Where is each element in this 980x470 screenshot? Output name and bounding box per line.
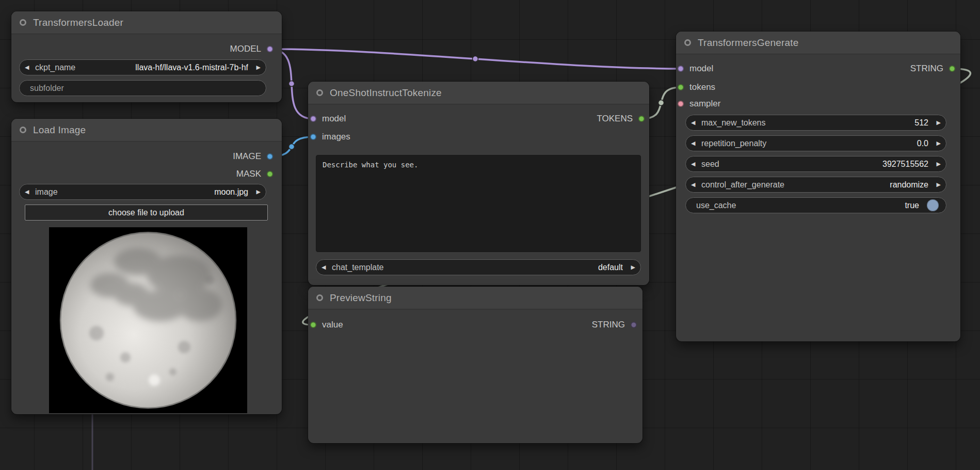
prompt-textarea[interactable]: Describe what you see. <box>316 155 641 252</box>
node-title: PreviewString <box>330 292 392 304</box>
output-dot-image[interactable] <box>267 153 273 160</box>
widget-repetition-penalty[interactable]: ◀ repetition_penalty 0.0 ▶ <box>685 135 946 151</box>
slot-label: STRING <box>910 64 943 74</box>
output-dot-model[interactable] <box>267 46 273 52</box>
wire-midpoint-dot[interactable] <box>289 81 295 87</box>
increment-arrow-icon[interactable]: ▶ <box>931 119 941 126</box>
input-dot-value[interactable] <box>310 322 316 328</box>
slot-label: model <box>689 64 713 74</box>
input-slot-model[interactable]: model <box>310 110 346 128</box>
node-oneshot-instruct-tokenize[interactable]: OneShotInstructTokenize model images TOK… <box>308 82 649 285</box>
slot-label: MODEL <box>230 44 261 54</box>
widget-value: 512 <box>766 118 928 128</box>
decrement-arrow-icon[interactable]: ◀ <box>691 140 700 147</box>
input-slot-tokens[interactable]: tokens <box>678 79 715 96</box>
decrement-arrow-icon[interactable]: ◀ <box>691 181 700 188</box>
decrement-arrow-icon[interactable]: ◀ <box>691 119 700 126</box>
widget-value: true <box>736 201 919 210</box>
node-transformers-generate[interactable]: TransformersGenerate model tokens sample… <box>676 32 960 341</box>
output-slot-image[interactable]: IMAGE <box>233 148 273 165</box>
output-dot-tokens[interactable] <box>638 116 645 122</box>
node-preview-string[interactable]: PreviewString value STRING <box>308 287 642 443</box>
collapse-dot-icon[interactable] <box>684 39 691 46</box>
graph-canvas[interactable]: TransformersLoader MODEL ◀ ckpt_name lla… <box>0 0 980 470</box>
increment-arrow-icon[interactable]: ▶ <box>626 264 635 271</box>
increment-arrow-icon[interactable]: ▶ <box>931 181 941 188</box>
widget-label: use_cache <box>696 201 736 210</box>
slot-label: MASK <box>236 169 261 179</box>
wire-midpoint-dot[interactable] <box>289 144 295 150</box>
input-dot-images[interactable] <box>310 134 316 140</box>
slot-label: images <box>322 132 350 142</box>
node-title: TransformersLoader <box>33 17 123 28</box>
node-title: Load Image <box>33 124 86 136</box>
collapse-dot-icon[interactable] <box>20 127 26 133</box>
output-slot-string[interactable]: STRING <box>910 60 955 77</box>
widget-value: moon.jpg <box>58 187 248 197</box>
output-dot-string[interactable] <box>631 322 637 328</box>
input-slot-sampler[interactable]: sampler <box>678 95 720 113</box>
increment-arrow-icon[interactable]: ▶ <box>931 140 941 147</box>
output-dot-string[interactable] <box>949 66 955 72</box>
node-title-bar[interactable]: TransformersLoader <box>11 11 282 34</box>
decrement-arrow-icon[interactable]: ◀ <box>25 189 34 195</box>
input-dot-tokens[interactable] <box>678 84 684 90</box>
widget-label: image <box>35 187 58 197</box>
node-load-image[interactable]: Load Image IMAGE MASK ◀ image moon.jpg ▶… <box>11 119 282 414</box>
widget-value: default <box>384 263 623 272</box>
input-dot-sampler[interactable] <box>678 101 684 107</box>
node-title: OneShotInstructTokenize <box>330 87 442 99</box>
output-dot-mask[interactable] <box>267 171 273 177</box>
collapse-dot-icon[interactable] <box>316 294 323 301</box>
slot-label: model <box>322 114 346 124</box>
node-transformers-loader[interactable]: TransformersLoader MODEL ◀ ckpt_name lla… <box>11 11 282 102</box>
output-slot-mask[interactable]: MASK <box>236 165 273 183</box>
output-slot-string[interactable]: STRING <box>592 316 637 334</box>
widget-control-after-generate[interactable]: ◀ control_after_generate randomize ▶ <box>685 177 946 193</box>
input-dot-model[interactable] <box>310 116 316 122</box>
slot-label: sampler <box>689 99 720 109</box>
output-slot-model[interactable]: MODEL <box>230 40 273 58</box>
input-dot-model[interactable] <box>678 66 684 72</box>
wire-midpoint-dot[interactable] <box>473 56 478 62</box>
node-title-bar[interactable]: TransformersGenerate <box>676 32 960 54</box>
increment-arrow-icon[interactable]: ▶ <box>251 189 261 195</box>
decrement-arrow-icon[interactable]: ◀ <box>322 264 331 271</box>
wire-midpoint-dot[interactable] <box>658 100 664 106</box>
node-title-bar[interactable]: PreviewString <box>308 287 642 309</box>
widget-label: chat_template <box>332 263 384 272</box>
widget-value: 3927515562 <box>719 160 928 169</box>
increment-arrow-icon[interactable]: ▶ <box>251 64 261 71</box>
widget-use-cache[interactable]: use_cache true <box>685 197 946 213</box>
output-slot-tokens[interactable]: TOKENS <box>597 110 645 128</box>
widget-chat-template[interactable]: ◀ chat_template default ▶ <box>316 259 641 275</box>
slot-label: IMAGE <box>233 151 261 162</box>
widget-label: control_after_generate <box>701 180 784 190</box>
widget-label: max_new_tokens <box>701 118 766 128</box>
input-slot-images[interactable]: images <box>310 128 350 146</box>
node-title-bar[interactable]: OneShotInstructTokenize <box>308 82 649 104</box>
widget-label: subfolder <box>30 84 64 93</box>
input-slot-value[interactable]: value <box>310 316 343 334</box>
widget-seed[interactable]: ◀ seed 3927515562 ▶ <box>685 156 946 172</box>
collapse-dot-icon[interactable] <box>316 89 323 96</box>
widget-image[interactable]: ◀ image moon.jpg ▶ <box>19 184 266 200</box>
decrement-arrow-icon[interactable]: ◀ <box>691 161 700 167</box>
collapse-dot-icon[interactable] <box>20 19 26 26</box>
increment-arrow-icon[interactable]: ▶ <box>931 161 941 167</box>
slot-label: TOKENS <box>597 114 633 124</box>
widget-max-new-tokens[interactable]: ◀ max_new_tokens 512 ▶ <box>685 115 946 131</box>
widget-value: 0.0 <box>766 139 928 148</box>
input-slot-model[interactable]: model <box>678 60 713 77</box>
widget-value: llava-hf/llava-v1.6-mistral-7b-hf <box>75 63 248 72</box>
upload-file-button[interactable]: choose file to upload <box>25 205 268 221</box>
moon-image <box>49 227 247 413</box>
decrement-arrow-icon[interactable]: ◀ <box>25 64 34 71</box>
widget-label: ckpt_name <box>35 63 75 72</box>
widget-ckpt-name[interactable]: ◀ ckpt_name llava-hf/llava-v1.6-mistral-… <box>19 59 266 75</box>
node-title-bar[interactable]: Load Image <box>11 119 282 142</box>
toggle-on-icon[interactable] <box>927 199 939 211</box>
widget-subfolder[interactable]: subfolder <box>19 80 266 96</box>
widget-label: seed <box>701 160 719 169</box>
slot-label: tokens <box>689 82 715 92</box>
